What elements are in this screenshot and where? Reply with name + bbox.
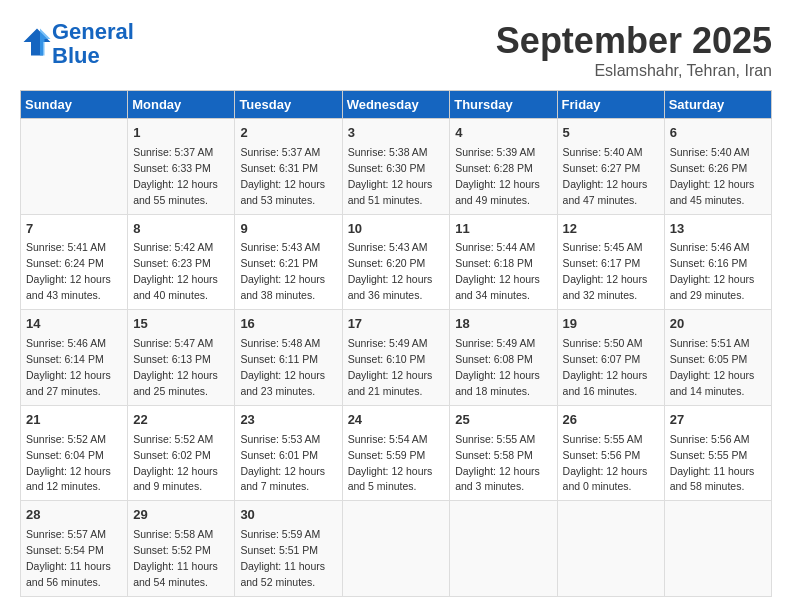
- calendar-cell: 3Sunrise: 5:38 AM Sunset: 6:30 PM Daylig…: [342, 119, 450, 215]
- day-info: Sunrise: 5:44 AM Sunset: 6:18 PM Dayligh…: [455, 241, 540, 301]
- logo-line2: Blue: [52, 43, 100, 68]
- logo: General Blue: [20, 20, 134, 68]
- calendar-cell: [664, 501, 771, 597]
- calendar-cell: 4Sunrise: 5:39 AM Sunset: 6:28 PM Daylig…: [450, 119, 557, 215]
- day-info: Sunrise: 5:38 AM Sunset: 6:30 PM Dayligh…: [348, 146, 433, 206]
- day-number: 27: [670, 411, 766, 430]
- day-info: Sunrise: 5:39 AM Sunset: 6:28 PM Dayligh…: [455, 146, 540, 206]
- day-info: Sunrise: 5:43 AM Sunset: 6:20 PM Dayligh…: [348, 241, 433, 301]
- day-number: 13: [670, 220, 766, 239]
- day-info: Sunrise: 5:40 AM Sunset: 6:27 PM Dayligh…: [563, 146, 648, 206]
- day-info: Sunrise: 5:53 AM Sunset: 6:01 PM Dayligh…: [240, 433, 325, 493]
- logo-line1: General: [52, 19, 134, 44]
- page-header: General Blue September 2025 Eslamshahr, …: [20, 20, 772, 80]
- day-info: Sunrise: 5:52 AM Sunset: 6:04 PM Dayligh…: [26, 433, 111, 493]
- calendar-cell: 2Sunrise: 5:37 AM Sunset: 6:31 PM Daylig…: [235, 119, 342, 215]
- day-info: Sunrise: 5:50 AM Sunset: 6:07 PM Dayligh…: [563, 337, 648, 397]
- day-info: Sunrise: 5:41 AM Sunset: 6:24 PM Dayligh…: [26, 241, 111, 301]
- calendar-cell: [342, 501, 450, 597]
- day-number: 15: [133, 315, 229, 334]
- day-number: 3: [348, 124, 445, 143]
- day-number: 22: [133, 411, 229, 430]
- day-number: 21: [26, 411, 122, 430]
- calendar-week-row: 28Sunrise: 5:57 AM Sunset: 5:54 PM Dayli…: [21, 501, 772, 597]
- day-info: Sunrise: 5:37 AM Sunset: 6:33 PM Dayligh…: [133, 146, 218, 206]
- calendar-cell: 15Sunrise: 5:47 AM Sunset: 6:13 PM Dayli…: [128, 310, 235, 406]
- calendar-cell: 14Sunrise: 5:46 AM Sunset: 6:14 PM Dayli…: [21, 310, 128, 406]
- calendar-cell: 30Sunrise: 5:59 AM Sunset: 5:51 PM Dayli…: [235, 501, 342, 597]
- day-info: Sunrise: 5:49 AM Sunset: 6:08 PM Dayligh…: [455, 337, 540, 397]
- calendar-week-row: 14Sunrise: 5:46 AM Sunset: 6:14 PM Dayli…: [21, 310, 772, 406]
- calendar-week-row: 21Sunrise: 5:52 AM Sunset: 6:04 PM Dayli…: [21, 405, 772, 501]
- calendar-cell: 26Sunrise: 5:55 AM Sunset: 5:56 PM Dayli…: [557, 405, 664, 501]
- day-info: Sunrise: 5:37 AM Sunset: 6:31 PM Dayligh…: [240, 146, 325, 206]
- day-info: Sunrise: 5:56 AM Sunset: 5:55 PM Dayligh…: [670, 433, 755, 493]
- day-number: 8: [133, 220, 229, 239]
- day-number: 29: [133, 506, 229, 525]
- day-number: 5: [563, 124, 659, 143]
- day-info: Sunrise: 5:40 AM Sunset: 6:26 PM Dayligh…: [670, 146, 755, 206]
- day-info: Sunrise: 5:54 AM Sunset: 5:59 PM Dayligh…: [348, 433, 433, 493]
- day-number: 9: [240, 220, 336, 239]
- day-info: Sunrise: 5:52 AM Sunset: 6:02 PM Dayligh…: [133, 433, 218, 493]
- calendar-body: 1Sunrise: 5:37 AM Sunset: 6:33 PM Daylig…: [21, 119, 772, 597]
- day-number: 24: [348, 411, 445, 430]
- day-info: Sunrise: 5:48 AM Sunset: 6:11 PM Dayligh…: [240, 337, 325, 397]
- day-info: Sunrise: 5:47 AM Sunset: 6:13 PM Dayligh…: [133, 337, 218, 397]
- calendar-cell: 27Sunrise: 5:56 AM Sunset: 5:55 PM Dayli…: [664, 405, 771, 501]
- day-header: Wednesday: [342, 91, 450, 119]
- calendar-cell: 29Sunrise: 5:58 AM Sunset: 5:52 PM Dayli…: [128, 501, 235, 597]
- day-info: Sunrise: 5:43 AM Sunset: 6:21 PM Dayligh…: [240, 241, 325, 301]
- day-number: 2: [240, 124, 336, 143]
- day-info: Sunrise: 5:49 AM Sunset: 6:10 PM Dayligh…: [348, 337, 433, 397]
- day-number: 16: [240, 315, 336, 334]
- day-number: 6: [670, 124, 766, 143]
- day-number: 20: [670, 315, 766, 334]
- calendar-table: SundayMondayTuesdayWednesdayThursdayFrid…: [20, 90, 772, 597]
- calendar-cell: 21Sunrise: 5:52 AM Sunset: 6:04 PM Dayli…: [21, 405, 128, 501]
- calendar-cell: 10Sunrise: 5:43 AM Sunset: 6:20 PM Dayli…: [342, 214, 450, 310]
- day-number: 11: [455, 220, 551, 239]
- day-number: 10: [348, 220, 445, 239]
- day-number: 14: [26, 315, 122, 334]
- day-info: Sunrise: 5:55 AM Sunset: 5:58 PM Dayligh…: [455, 433, 540, 493]
- day-info: Sunrise: 5:46 AM Sunset: 6:16 PM Dayligh…: [670, 241, 755, 301]
- calendar-cell: 1Sunrise: 5:37 AM Sunset: 6:33 PM Daylig…: [128, 119, 235, 215]
- calendar-cell: [557, 501, 664, 597]
- day-number: 26: [563, 411, 659, 430]
- calendar-cell: 20Sunrise: 5:51 AM Sunset: 6:05 PM Dayli…: [664, 310, 771, 406]
- day-number: 23: [240, 411, 336, 430]
- calendar-week-row: 1Sunrise: 5:37 AM Sunset: 6:33 PM Daylig…: [21, 119, 772, 215]
- day-header: Tuesday: [235, 91, 342, 119]
- svg-marker-0: [24, 29, 51, 56]
- logo-text: General Blue: [52, 20, 134, 68]
- day-header: Saturday: [664, 91, 771, 119]
- calendar-header-row: SundayMondayTuesdayWednesdayThursdayFrid…: [21, 91, 772, 119]
- title-block: September 2025 Eslamshahr, Tehran, Iran: [496, 20, 772, 80]
- day-number: 12: [563, 220, 659, 239]
- day-header: Monday: [128, 91, 235, 119]
- calendar-cell: 18Sunrise: 5:49 AM Sunset: 6:08 PM Dayli…: [450, 310, 557, 406]
- calendar-cell: [450, 501, 557, 597]
- day-number: 28: [26, 506, 122, 525]
- day-number: 4: [455, 124, 551, 143]
- day-info: Sunrise: 5:58 AM Sunset: 5:52 PM Dayligh…: [133, 528, 218, 588]
- day-number: 17: [348, 315, 445, 334]
- calendar-cell: 22Sunrise: 5:52 AM Sunset: 6:02 PM Dayli…: [128, 405, 235, 501]
- day-info: Sunrise: 5:42 AM Sunset: 6:23 PM Dayligh…: [133, 241, 218, 301]
- day-number: 25: [455, 411, 551, 430]
- calendar-cell: [21, 119, 128, 215]
- calendar-cell: 5Sunrise: 5:40 AM Sunset: 6:27 PM Daylig…: [557, 119, 664, 215]
- calendar-cell: 23Sunrise: 5:53 AM Sunset: 6:01 PM Dayli…: [235, 405, 342, 501]
- day-header: Friday: [557, 91, 664, 119]
- day-number: 30: [240, 506, 336, 525]
- day-number: 18: [455, 315, 551, 334]
- calendar-cell: 13Sunrise: 5:46 AM Sunset: 6:16 PM Dayli…: [664, 214, 771, 310]
- calendar-cell: 17Sunrise: 5:49 AM Sunset: 6:10 PM Dayli…: [342, 310, 450, 406]
- calendar-week-row: 7Sunrise: 5:41 AM Sunset: 6:24 PM Daylig…: [21, 214, 772, 310]
- logo-icon: [22, 27, 52, 57]
- calendar-cell: 6Sunrise: 5:40 AM Sunset: 6:26 PM Daylig…: [664, 119, 771, 215]
- day-info: Sunrise: 5:59 AM Sunset: 5:51 PM Dayligh…: [240, 528, 325, 588]
- calendar-cell: 28Sunrise: 5:57 AM Sunset: 5:54 PM Dayli…: [21, 501, 128, 597]
- calendar-cell: 11Sunrise: 5:44 AM Sunset: 6:18 PM Dayli…: [450, 214, 557, 310]
